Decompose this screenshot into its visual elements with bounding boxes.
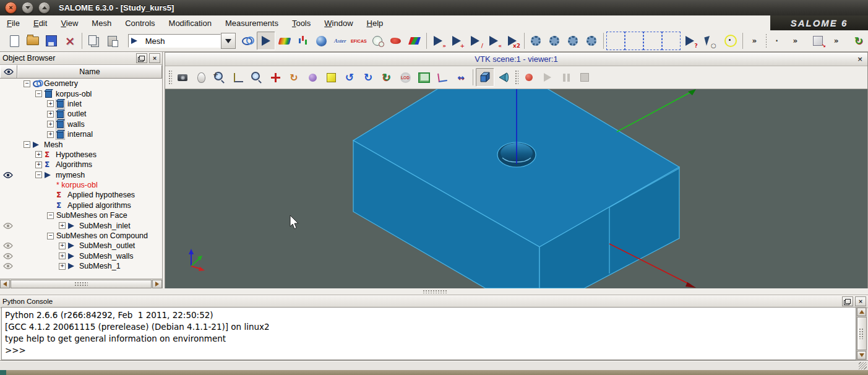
perspective-mode-icon[interactable]	[494, 68, 513, 87]
toolbar-grip[interactable]	[514, 69, 518, 85]
expand-plus-icon[interactable]: +	[47, 121, 54, 127]
console-output[interactable]: Python 2.6.6 (r266:84292, Feb 1 2011, 22…	[1, 307, 856, 360]
vtk-3d-canvas[interactable]	[165, 89, 867, 288]
close-console-button[interactable]: ×	[855, 296, 866, 306]
rotate-right-icon[interactable]: ↻	[359, 68, 377, 87]
menu-item-modification[interactable]: Modification	[162, 17, 218, 30]
axes-scale-icon[interactable]	[433, 68, 452, 87]
tree-row-submesh-inlet[interactable]: +SubMesh_inlet	[0, 220, 162, 230]
tree-row-korpus-obl[interactable]: −korpus-obl	[0, 88, 162, 98]
overflow-chevron-icon[interactable]: »	[745, 32, 763, 50]
pan-icon[interactable]	[266, 68, 285, 87]
show-trihedron-icon[interactable]	[229, 68, 247, 87]
visibility-eye-toggle[interactable]	[0, 172, 16, 178]
splitter-grip[interactable]	[423, 290, 447, 293]
minimize-window-button[interactable]	[22, 2, 33, 14]
mesh-edit-icon[interactable]: /	[466, 32, 484, 50]
tree-row-submesh-outlet[interactable]: +SubMesh_outlet	[0, 241, 162, 251]
close-panel-button[interactable]: ×	[149, 53, 160, 63]
scroll-up-button[interactable]	[857, 308, 866, 316]
resize-grip[interactable]	[859, 362, 867, 369]
maximize-window-button[interactable]	[38, 2, 50, 14]
collapse-minus-icon[interactable]: −	[35, 90, 42, 97]
expand-plus-icon[interactable]: +	[35, 162, 42, 168]
sphere-marker-icon[interactable]	[721, 32, 740, 50]
scene-graph-icon[interactable]	[415, 68, 433, 87]
menu-item-edit[interactable]: Edit	[27, 17, 54, 30]
lobster-module-icon[interactable]	[387, 32, 405, 50]
tree-row-submesh-walls[interactable]: +SubMesh_walls	[0, 251, 162, 261]
rotate-icon[interactable]: ↻	[285, 68, 303, 87]
open-document-icon[interactable]	[24, 32, 42, 50]
tree-row-hypotheses[interactable]: +ΣHypotheses	[0, 150, 162, 160]
module-combo-dropdown-button[interactable]	[221, 33, 236, 49]
reset-view-icon[interactable]: ↻	[377, 68, 396, 87]
lod-icon[interactable]: LOD	[396, 68, 415, 87]
toolbar-grip[interactable]	[847, 33, 848, 49]
eye-column-header[interactable]	[0, 65, 17, 79]
collapse-minus-icon[interactable]: −	[24, 80, 30, 87]
fit-all-icon[interactable]	[322, 68, 340, 87]
update-refresh-icon[interactable]: ↻	[849, 32, 868, 50]
select-node-icon[interactable]	[606, 32, 625, 50]
tree-row-internal[interactable]: +internal	[0, 129, 162, 139]
menu-item-mesh[interactable]: Mesh	[85, 17, 118, 30]
tree-row-mesh[interactable]: −Mesh	[0, 139, 162, 149]
select-face-icon[interactable]	[643, 32, 662, 50]
collapse-minus-icon[interactable]: −	[47, 212, 54, 219]
scroll-left-button[interactable]	[0, 280, 10, 288]
collapse-minus-icon[interactable]: −	[35, 171, 42, 178]
toolbar-grip[interactable]	[765, 33, 766, 49]
tree-row-korpus-obl[interactable]: * korpus-obl	[0, 180, 162, 190]
horizontal-splitter[interactable]	[0, 288, 868, 295]
zoom-style-icon[interactable]: +	[210, 68, 229, 87]
toolbar-grip[interactable]	[2, 33, 4, 49]
rotation-point-icon[interactable]	[303, 68, 322, 87]
paste-icon[interactable]	[103, 32, 122, 50]
menu-item-view[interactable]: View	[54, 17, 85, 30]
eficas-module-icon[interactable]: EFICAS	[350, 32, 368, 50]
aster-module-icon[interactable]: Aster	[331, 32, 350, 50]
visibility-eye-toggle[interactable]	[0, 253, 16, 259]
overflow-chevron-icon[interactable]: »	[827, 32, 846, 50]
overflow-chevron-icon[interactable]: »	[786, 32, 805, 50]
scrollbar-thumb[interactable]	[857, 317, 867, 350]
expand-plus-icon[interactable]: +	[47, 111, 54, 118]
parallel-mode-icon[interactable]	[476, 68, 494, 87]
scroll-down-button[interactable]	[857, 351, 866, 360]
chart-module-icon[interactable]	[294, 32, 312, 50]
tiny-dot-icon[interactable]: ·	[768, 32, 786, 50]
mesh-info-icon[interactable]: ?	[681, 32, 699, 50]
visibility-eye-toggle[interactable]	[0, 263, 16, 269]
tree-row-geometry[interactable]: −Geometry	[0, 79, 162, 88]
expand-plus-icon[interactable]: +	[59, 243, 66, 249]
collapse-minus-icon[interactable]: −	[24, 141, 30, 148]
float-panel-button[interactable]	[136, 53, 147, 63]
module-combo-field[interactable]: Mesh	[128, 34, 221, 48]
tree-row-walls[interactable]: +walls	[0, 119, 162, 129]
close-window-button[interactable]: ×	[5, 2, 17, 14]
pause-icon[interactable]	[557, 68, 575, 87]
delete-icon[interactable]: ×	[61, 32, 79, 50]
close-viewer-button[interactable]: ×	[855, 54, 865, 63]
compute-gear-icon[interactable]	[526, 32, 545, 50]
expand-plus-icon[interactable]: +	[59, 222, 66, 229]
dump-view-camera-icon[interactable]	[173, 68, 192, 87]
collapse-minus-icon[interactable]: −	[47, 233, 54, 239]
expand-plus-icon[interactable]: +	[59, 263, 66, 270]
clock-module-icon[interactable]	[368, 32, 387, 50]
find-element-icon[interactable]: ○	[699, 32, 718, 50]
expand-plus-icon[interactable]: +	[47, 131, 54, 138]
evaluate-gear-icon[interactable]	[564, 32, 582, 50]
menu-item-controls[interactable]: Controls	[118, 17, 161, 30]
zoom-magnifier-icon[interactable]	[247, 68, 266, 87]
scrollbar-thumb[interactable]	[11, 280, 152, 288]
scaling-icon[interactable]: ↔	[452, 68, 470, 87]
scale-box-icon[interactable]: ↘	[809, 32, 827, 50]
preview-gear-icon[interactable]	[545, 32, 564, 50]
expand-plus-icon[interactable]: +	[35, 151, 42, 158]
tree-row-submeshes-on-compound[interactable]: −SubMeshes on Compound	[0, 231, 162, 241]
menu-item-file[interactable]: File	[0, 17, 27, 30]
interaction-style-mouse-icon[interactable]	[192, 68, 210, 87]
tree-row-submeshes-on-face[interactable]: −SubMeshes on Face	[0, 210, 162, 220]
